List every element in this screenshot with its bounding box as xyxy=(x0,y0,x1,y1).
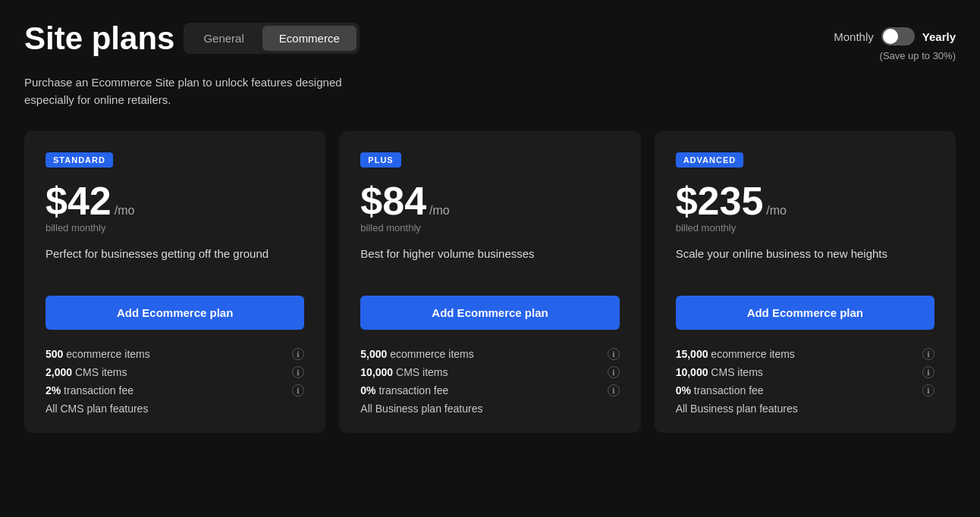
plan-price-row: $42 /mo xyxy=(46,181,304,221)
tab-group: General Ecommerce xyxy=(184,23,359,54)
plan-card-plus: PLUS $84 /mo billed monthly Best for hig… xyxy=(339,131,640,433)
plan-description: Perfect for businesses getting off the g… xyxy=(46,247,304,277)
feature-item: All Business plan features xyxy=(676,403,934,415)
feature-text: 2,000 CMS items xyxy=(46,366,127,378)
info-icon[interactable]: ℹ xyxy=(922,384,934,396)
plan-price-row: $84 /mo xyxy=(360,181,619,221)
feature-item: 2,000 CMS items ℹ xyxy=(46,366,304,378)
plan-cta-button[interactable]: Add Ecommerce plan xyxy=(676,296,934,330)
tab-general[interactable]: General xyxy=(187,26,260,51)
plan-description: Scale your online business to new height… xyxy=(676,247,934,277)
feature-text: 15,000 ecommerce items xyxy=(676,348,795,360)
billing-toggle-switch[interactable] xyxy=(881,27,915,45)
feature-item: All Business plan features xyxy=(360,403,619,415)
tab-header-row: Site plans General Ecommerce xyxy=(24,21,834,65)
plan-price-period: /mo xyxy=(115,204,135,218)
plan-price-row: $235 /mo xyxy=(676,181,934,221)
plan-price-period: /mo xyxy=(766,204,787,218)
feature-item: 10,000 CMS items ℹ xyxy=(676,366,934,378)
plan-badge: PLUS xyxy=(360,152,400,168)
plan-features-list: 5,000 ecommerce items ℹ 10,000 CMS items… xyxy=(360,348,619,415)
plan-badge: ADVANCED xyxy=(676,152,744,168)
info-icon[interactable]: ℹ xyxy=(608,366,620,378)
feature-item: 0% transaction fee ℹ xyxy=(676,384,934,396)
save-text: (Save up to 30%) xyxy=(880,50,956,61)
feature-text: All Business plan features xyxy=(676,403,798,415)
feature-item: 0% transaction fee ℹ xyxy=(360,384,619,396)
feature-text: 500 ecommerce items xyxy=(46,348,150,360)
plan-price-period: /mo xyxy=(429,204,450,218)
info-icon[interactable]: ℹ xyxy=(608,348,620,360)
plan-cta-button[interactable]: Add Ecommerce plan xyxy=(360,296,619,330)
feature-text: 2% transaction fee xyxy=(46,384,133,396)
info-icon[interactable]: ℹ xyxy=(922,366,934,378)
info-icon[interactable]: ℹ xyxy=(608,384,620,396)
feature-item: 15,000 ecommerce items ℹ xyxy=(676,348,934,360)
feature-text: 0% transaction fee xyxy=(676,384,764,396)
plan-price: $84 xyxy=(360,181,426,221)
feature-text: 10,000 CMS items xyxy=(360,366,448,378)
plan-features-list: 15,000 ecommerce items ℹ 10,000 CMS item… xyxy=(676,348,934,415)
toggle-thumb xyxy=(883,29,898,44)
feature-item: All CMS plan features xyxy=(46,403,304,415)
plan-card-standard: STANDARD $42 /mo billed monthly Perfect … xyxy=(24,131,325,433)
plan-billed: billed monthly xyxy=(46,222,304,233)
info-icon[interactable]: ℹ xyxy=(922,348,934,360)
plan-billed: billed monthly xyxy=(676,222,934,233)
feature-text: 5,000 ecommerce items xyxy=(360,348,473,360)
monthly-label: Monthly xyxy=(834,30,874,43)
plan-cta-button[interactable]: Add Ecommerce plan xyxy=(46,296,304,330)
plans-section: STANDARD $42 /mo billed monthly Perfect … xyxy=(0,124,980,457)
info-icon[interactable]: ℹ xyxy=(292,384,304,396)
feature-item: 5,000 ecommerce items ℹ xyxy=(360,348,619,360)
right-header: Monthly Yearly (Save up to 30%) xyxy=(834,21,956,61)
plan-description: Best for higher volume businesses xyxy=(360,247,619,277)
feature-text: All Business plan features xyxy=(360,403,482,415)
left-header: Site plans General Ecommerce Purchase an… xyxy=(24,21,834,108)
header-section: Site plans General Ecommerce Purchase an… xyxy=(0,0,980,124)
plan-price: $42 xyxy=(46,181,112,221)
plan-badge: STANDARD xyxy=(46,152,113,168)
plan-price: $235 xyxy=(676,181,764,221)
feature-item: 2% transaction fee ℹ xyxy=(46,384,304,396)
plan-billed: billed monthly xyxy=(360,222,619,233)
plan-features-list: 500 ecommerce items ℹ 2,000 CMS items ℹ … xyxy=(46,348,304,415)
feature-item: 10,000 CMS items ℹ xyxy=(360,366,619,378)
tab-ecommerce[interactable]: Ecommerce xyxy=(262,26,357,51)
feature-text: 10,000 CMS items xyxy=(676,366,763,378)
yearly-label: Yearly xyxy=(922,30,956,43)
subtitle: Purchase an Ecommerce Site plan to unloc… xyxy=(24,74,449,108)
feature-text: All CMS plan features xyxy=(46,403,148,415)
info-icon[interactable]: ℹ xyxy=(292,366,304,378)
plan-card-advanced: ADVANCED $235 /mo billed monthly Scale y… xyxy=(655,131,956,433)
feature-text: 0% transaction fee xyxy=(360,384,448,396)
billing-toggle: Monthly Yearly xyxy=(834,27,956,45)
info-icon[interactable]: ℹ xyxy=(292,348,304,360)
feature-item: 500 ecommerce items ℹ xyxy=(46,348,304,360)
page-title: Site plans xyxy=(24,21,174,56)
